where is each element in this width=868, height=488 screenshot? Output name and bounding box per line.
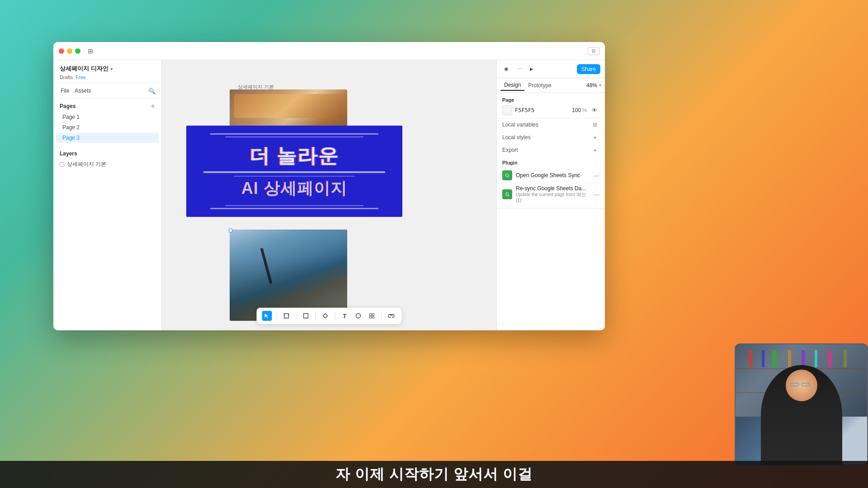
toolbar-grid[interactable]	[367, 311, 377, 321]
toolbar-ellipse[interactable]	[354, 311, 363, 321]
toolbar-sep-2	[296, 312, 297, 319]
visibility-icon[interactable]: 👁	[590, 105, 599, 115]
play-button[interactable]: ▶	[527, 64, 537, 74]
glitch-lines-bottom	[186, 202, 402, 213]
toolbar-link[interactable]	[387, 311, 396, 321]
left-panel: 상세페이지 디자인 ▾ Drafts Free File Assets 🔍 Pa…	[53, 60, 162, 330]
layer-visibility[interactable]	[60, 162, 64, 167]
local-variables-row: Local variables ⊞	[497, 118, 605, 131]
page-2-label: Page 2	[62, 124, 80, 131]
search-icon[interactable]: 🔍	[147, 86, 157, 96]
svg-marker-0	[265, 314, 269, 318]
title-bar: ⊞ ⊟	[53, 42, 605, 60]
add-export-button[interactable]: +	[590, 145, 599, 155]
svg-rect-7	[373, 314, 374, 315]
color-picker-icon[interactable]: ◉	[501, 64, 511, 74]
opacity-value: 100	[572, 107, 581, 113]
share-button[interactable]: Share	[577, 64, 600, 74]
figma-icon: ⊞	[88, 47, 93, 55]
glitch-bar-2	[225, 136, 364, 137]
project-header: 상세페이지 디자인 ▾ Drafts Free	[53, 60, 161, 83]
toolbar-frame[interactable]	[282, 311, 292, 321]
book-2	[762, 350, 764, 367]
page-section: Page F5F5F5 100 % 👁	[497, 93, 605, 118]
plugin-2-name: Re-sync Google Sheets Da...	[516, 185, 590, 192]
glitch-bar-3	[203, 171, 385, 173]
glitch-bar-4	[234, 176, 355, 177]
add-local-style-button[interactable]: +	[590, 133, 599, 142]
maximize-button[interactable]	[75, 48, 80, 54]
right-icons: ◉ ⋯ ▶	[501, 64, 537, 74]
glitch-bar-1	[210, 133, 378, 135]
layer-label-1: 상세페이지 기본	[67, 160, 106, 168]
pages-section-title: Pages	[60, 103, 75, 109]
frame-bottom-image	[230, 230, 347, 321]
glitch-lines-top	[186, 130, 402, 141]
drafts-tag[interactable]: Drafts	[60, 75, 73, 80]
local-variables-icon[interactable]: ⊞	[590, 120, 599, 129]
right-panel: ◉ ⋯ ▶ Share Design Prototype 48% ▾ Page	[496, 60, 605, 330]
plugin-1-close[interactable]: —	[593, 172, 599, 179]
project-chevron: ▾	[110, 66, 113, 71]
toolbar-text[interactable]: T	[340, 311, 350, 321]
pages-header: Pages +	[53, 99, 161, 112]
book-3	[772, 350, 777, 367]
zoom-area: 48% ▾	[586, 82, 601, 89]
blue-glitch-overlay: 더 놀라운 AI 상세페이지	[186, 126, 402, 217]
toolbar-cursor[interactable]	[262, 311, 272, 321]
layers-header: Layers	[53, 147, 161, 159]
sidebar-toggle[interactable]: ⊟	[588, 47, 599, 55]
file-tab[interactable]: File	[58, 87, 72, 95]
add-page-button[interactable]: +	[151, 103, 155, 110]
svg-rect-1	[284, 314, 289, 318]
export-label: Export	[502, 147, 518, 153]
page-section-title: Page	[502, 97, 599, 103]
subtitle-text: 자 이제 시작하기 앞서서 이걸	[335, 465, 533, 484]
toolbar-sep-1	[277, 312, 277, 319]
close-button[interactable]	[59, 48, 64, 54]
glitch-bar-6	[210, 208, 378, 209]
figma-window: ⊞ ⊟ 상세페이지 디자인 ▾ Drafts Free File Assets …	[53, 42, 605, 330]
toolbar-rect[interactable]	[301, 311, 311, 321]
assets-tab[interactable]: Assets	[72, 87, 94, 95]
canvas-area[interactable]: 상세페이지 기본 단함도 완벽하게	[162, 60, 496, 330]
book-1	[749, 350, 752, 367]
layers-section: Layers 상세페이지 기본	[53, 147, 161, 170]
layer-item-1[interactable]: 상세페이지 기본	[53, 159, 161, 170]
local-variables-label: Local variables	[502, 122, 538, 128]
export-row: Export +	[497, 144, 605, 156]
page-color-swatch[interactable]	[502, 105, 512, 115]
page-item-1[interactable]: Page 1	[56, 112, 159, 122]
subtitle-bar: 자 이제 시작하기 앞서서 이걸	[0, 461, 868, 488]
toolbar-pen[interactable]	[321, 311, 330, 321]
project-title: 상세페이지 디자인	[60, 65, 108, 73]
zoom-value: 48%	[586, 82, 597, 89]
page-opacity: 100 %	[572, 107, 587, 113]
camera-background	[736, 344, 867, 465]
page-item-2[interactable]: Page 2	[56, 122, 159, 132]
prototype-tab[interactable]: Prototype	[524, 80, 555, 90]
more-icon[interactable]: ⋯	[514, 64, 524, 74]
minimize-button[interactable]	[67, 48, 72, 54]
zoom-chevron-icon[interactable]: ▾	[599, 83, 601, 88]
page-1-label: Page 1	[62, 114, 80, 120]
svg-rect-8	[370, 316, 372, 318]
free-tag[interactable]: Free	[75, 75, 86, 80]
design-proto-bar: Design Prototype 48% ▾	[497, 78, 605, 93]
window-controls	[59, 48, 80, 54]
page-color-value: F5F5F5	[515, 107, 534, 113]
glitch-bar-5	[225, 205, 364, 206]
plugin-2-info: Re-sync Google Sheets Da... Update the c…	[516, 185, 590, 203]
glasses	[790, 383, 813, 386]
page-list: Page 1 Page 2 Page 3	[53, 112, 161, 147]
plugin-2-close[interactable]: —	[593, 191, 599, 198]
project-name: 상세페이지 디자인 ▾	[60, 65, 155, 73]
design-tab[interactable]: Design	[500, 80, 524, 91]
svg-point-5	[356, 314, 361, 318]
plugin-item-1: G Open Google Sheets Sync —	[502, 168, 599, 183]
svg-rect-9	[373, 316, 374, 318]
glitch-text-secondary: AI 상세페이지	[241, 178, 347, 200]
bottom-image-content	[230, 230, 347, 321]
page-item-3[interactable]: Page 3	[56, 133, 159, 143]
resize-handle[interactable]	[229, 229, 232, 232]
